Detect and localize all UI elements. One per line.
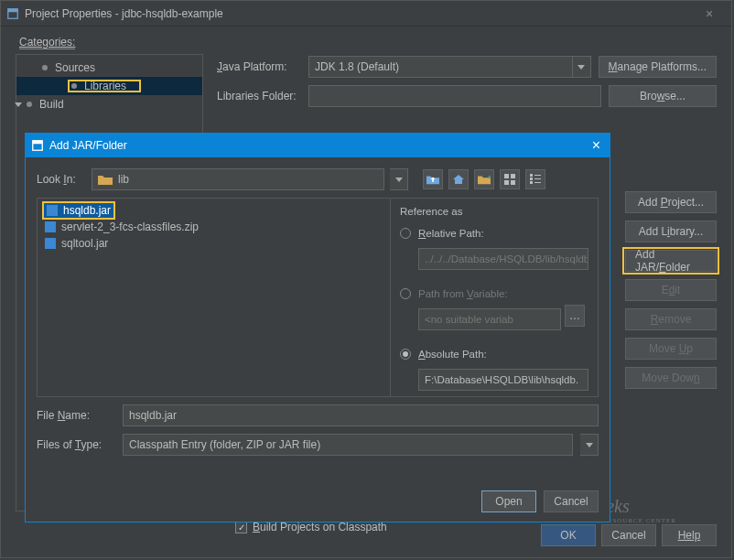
home-icon[interactable] — [448, 169, 469, 189]
radio-icon — [400, 288, 411, 299]
file-item-sqltool[interactable]: sqltool.jar — [38, 235, 390, 252]
file-icon — [45, 221, 56, 232]
radio-icon — [400, 228, 411, 239]
tree-item-sources[interactable]: Sources — [16, 59, 202, 77]
java-platform-dropdown-icon[interactable] — [573, 56, 591, 78]
dialog-title: Add JAR/Folder — [49, 139, 588, 152]
files-of-type-combo[interactable]: Classpath Entry (folder, ZIP or JAR file… — [123, 434, 573, 456]
look-in-dropdown-icon[interactable] — [390, 168, 408, 190]
files-of-type-dropdown-icon[interactable] — [580, 434, 599, 456]
window-title: Project Properties - jdbc-hsqldb-example — [25, 7, 693, 20]
look-in-label: Look In: — [37, 173, 86, 186]
folder-icon — [98, 174, 113, 185]
cancel-button[interactable]: Cancel — [601, 524, 656, 546]
svg-text:✦: ✦ — [487, 174, 491, 180]
radio-icon — [400, 349, 411, 360]
svg-rect-8 — [511, 180, 515, 185]
dialog-icon — [31, 139, 44, 152]
tree-item-libraries[interactable]: Libraries — [16, 77, 202, 95]
svg-rect-7 — [504, 180, 509, 185]
detail-view-icon[interactable] — [525, 169, 545, 189]
app-icon — [6, 7, 19, 20]
move-down-button: Move Down — [625, 367, 717, 389]
path-variable-field: <no suitable variab — [418, 308, 561, 330]
relative-path-radio[interactable]: Relative Path: — [400, 222, 588, 244]
svg-rect-10 — [534, 175, 541, 176]
path-from-variable-radio: Path from Variable: — [400, 283, 588, 305]
help-button[interactable]: Help — [662, 524, 717, 546]
remove-button: Remove — [625, 308, 717, 330]
file-list[interactable]: hsqldb.jar servlet-2_3-fcs-classfiles.zi… — [38, 199, 390, 396]
ok-button[interactable]: OK — [541, 524, 596, 546]
up-folder-icon[interactable] — [423, 169, 443, 189]
add-library-button[interactable]: Add Library... — [625, 221, 717, 242]
files-of-type-label: Files of Type: — [37, 438, 115, 451]
java-platform-label: Java Platform: — [217, 60, 308, 73]
checkbox-icon[interactable]: ✓ — [235, 522, 247, 533]
svg-rect-13 — [530, 181, 533, 184]
new-folder-icon[interactable]: ✦ — [474, 169, 494, 189]
file-name-input[interactable]: hsqldb.jar — [123, 404, 599, 426]
dialog-close-icon[interactable]: × — [588, 137, 604, 154]
svg-rect-9 — [530, 174, 533, 177]
modal-cancel-button[interactable]: Cancel — [544, 490, 599, 512]
svg-rect-3 — [33, 141, 43, 145]
tree-item-build[interactable]: Build — [16, 95, 202, 113]
file-icon — [45, 238, 56, 249]
file-name-label: File Name: — [37, 409, 115, 422]
add-jar-folder-button[interactable]: Add JAR/Folder — [625, 250, 717, 272]
java-platform-combo[interactable]: JDK 1.8 (Default) — [308, 56, 573, 78]
add-jar-dialog: Add JAR/Folder × Look In: lib ✦ — [25, 133, 610, 522]
libraries-folder-input[interactable] — [308, 85, 601, 107]
svg-rect-12 — [534, 178, 541, 179]
path-variable-browse-button: … — [565, 305, 585, 327]
libraries-folder-label: Libraries Folder: — [217, 90, 308, 102]
svg-rect-11 — [530, 178, 533, 180]
file-item-hsqldb[interactable]: hsqldb.jar — [43, 202, 114, 219]
move-up-button: Move Up — [625, 338, 717, 360]
look-in-combo[interactable]: lib — [92, 168, 384, 190]
absolute-path-radio[interactable]: Absolute Path: — [400, 343, 588, 365]
svg-rect-5 — [504, 174, 509, 178]
browse-button[interactable]: Browse... — [609, 85, 717, 107]
svg-rect-1 — [8, 8, 18, 12]
close-icon[interactable]: × — [693, 6, 726, 21]
manage-platforms-button[interactable]: Manage Platforms... — [599, 56, 717, 78]
relative-path-field: ../../../Database/HSQLDB/lib/hsqldb — [418, 248, 588, 270]
add-project-button[interactable]: Add Project... — [625, 191, 717, 213]
edit-button: Edit — [625, 279, 717, 301]
open-button[interactable]: Open — [481, 490, 536, 512]
build-projects-checkbox-row[interactable]: ✓ Build Projects on Classpath — [235, 521, 387, 533]
categories-label: Categories: — [19, 36, 75, 48]
file-item-servlet[interactable]: servlet-2_3-fcs-classfiles.zip — [38, 219, 390, 235]
absolute-path-field: F:\Database\HSQLDB\lib\hsqldb. — [418, 369, 588, 391]
svg-rect-14 — [534, 182, 541, 183]
file-icon — [47, 205, 58, 216]
list-view-icon[interactable] — [500, 169, 520, 189]
svg-rect-6 — [511, 174, 515, 178]
reference-as-label: Reference as — [400, 206, 588, 217]
